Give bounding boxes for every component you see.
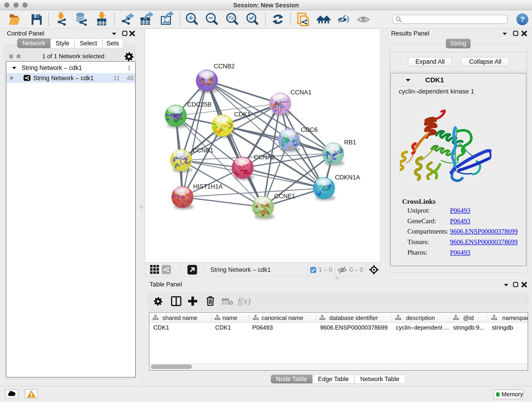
svg-text:RB1: RB1 xyxy=(344,139,356,146)
svg-text:CCNB1: CCNB1 xyxy=(192,147,214,154)
svg-text:CDK1: CDK1 xyxy=(234,111,251,118)
svg-text:CDC6: CDC6 xyxy=(301,126,318,133)
svg-text:CCNE1: CCNE1 xyxy=(274,193,295,200)
svg-text:CDC25B: CDC25B xyxy=(187,101,212,108)
svg-text:CCNB2: CCNB2 xyxy=(214,63,235,70)
svg-text:CCNA2: CCNA2 xyxy=(254,154,275,161)
svg-text:CDKN1A: CDKN1A xyxy=(335,174,360,181)
svg-text:CCNA1: CCNA1 xyxy=(291,89,312,96)
svg-text:HIST1H1A: HIST1H1A xyxy=(193,183,223,190)
